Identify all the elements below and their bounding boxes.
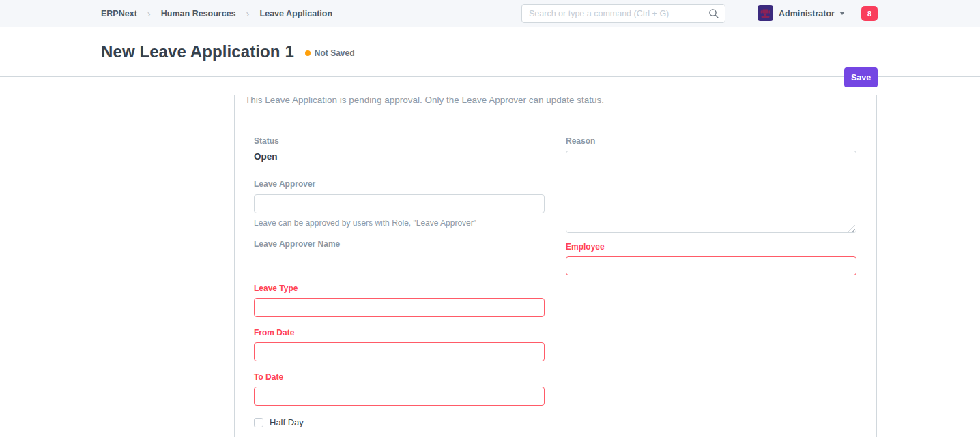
from-date-input[interactable]	[254, 342, 545, 361]
breadcrumb-item-erpnext[interactable]: ERPNext	[101, 9, 137, 18]
employee-input[interactable]	[566, 256, 856, 275]
reason-label: Reason	[566, 137, 856, 145]
form-message: This Leave Application is pending approv…	[245, 95, 866, 105]
breadcrumb-item-human-resources[interactable]: Human Resources	[161, 9, 236, 18]
global-search	[521, 4, 725, 23]
form-area: This Leave Application is pending approv…	[234, 95, 877, 437]
leave-approver-input[interactable]	[254, 194, 545, 213]
half-day-label: Half Day	[270, 417, 304, 427]
leave-approver-name-label: Leave Approver Name	[254, 240, 545, 248]
chevron-down-icon	[839, 12, 845, 15]
field-half-day[interactable]: Half Day	[254, 417, 545, 427]
form-column-right: Reason Employee	[566, 137, 856, 427]
robot-avatar-icon	[760, 7, 771, 19]
save-button[interactable]: Save	[844, 67, 878, 87]
employee-label: Employee	[566, 243, 856, 251]
avatar	[758, 5, 773, 21]
search-icon	[708, 8, 719, 19]
leave-approver-help: Leave can be approved by users with Role…	[254, 218, 545, 228]
to-date-input[interactable]	[254, 387, 545, 406]
navbar: ERPNext › Human Resources › Leave Applic…	[0, 0, 980, 27]
field-leave-approver: Leave Approver Leave can be approved by …	[254, 180, 545, 228]
leave-approver-label: Leave Approver	[254, 180, 545, 188]
user-menu[interactable]: Administrator	[758, 0, 845, 27]
chevron-right-icon: ›	[246, 8, 250, 18]
form-grid: Status Open Leave Approver Leave can be …	[235, 137, 876, 427]
field-reason: Reason	[566, 137, 856, 233]
chevron-right-icon: ›	[147, 8, 151, 18]
page-head: New Leave Application 1 Not Saved Save	[0, 27, 980, 77]
leave-type-label: Leave Type	[254, 284, 545, 292]
half-day-checkbox[interactable]	[254, 418, 263, 427]
field-employee: Employee	[566, 243, 856, 275]
reason-textarea[interactable]	[566, 151, 856, 233]
from-date-label: From Date	[254, 329, 545, 337]
field-leave-approver-name: Leave Approver Name	[254, 240, 545, 284]
status-value: Open	[254, 151, 545, 162]
user-name: Administrator	[779, 9, 835, 18]
page-title: New Leave Application 1	[101, 42, 294, 61]
field-status: Status Open	[254, 137, 545, 162]
notification-badge[interactable]: 8	[861, 6, 878, 21]
breadcrumb: ERPNext › Human Resources › Leave Applic…	[101, 0, 332, 27]
breadcrumb-item-leave-application[interactable]: Leave Application	[260, 9, 333, 18]
status-indicator: Not Saved	[305, 48, 355, 58]
field-leave-type: Leave Type	[254, 284, 545, 317]
to-date-label: To Date	[254, 373, 545, 381]
search-input[interactable]	[521, 4, 725, 23]
field-from-date: From Date	[254, 329, 545, 361]
status-label: Status	[254, 137, 545, 145]
not-saved-label: Not Saved	[315, 48, 355, 58]
field-to-date: To Date	[254, 373, 545, 406]
leave-type-input[interactable]	[254, 298, 545, 317]
form-column-left: Status Open Leave Approver Leave can be …	[254, 137, 545, 427]
not-saved-dot-icon	[305, 50, 311, 56]
